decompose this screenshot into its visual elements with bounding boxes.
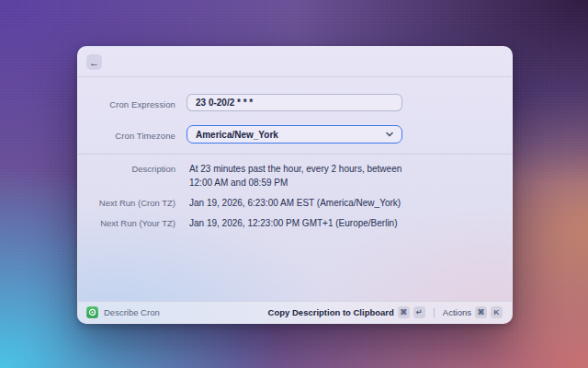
cmd-key-icon: ⌘ [398,306,410,318]
back-button[interactable]: ← [86,54,102,70]
cron-timezone-label: Cron Timezone [78,131,175,141]
cron-timezone-select[interactable]: America/New_York [187,125,402,144]
k-key-icon: K [491,306,503,318]
footer-divider [434,308,435,317]
cron-expression-value: 23 0-20/2 * * * [196,98,253,108]
footer-actions: Copy Description to Clipboard ⌘ ↵ Action… [267,305,503,320]
footer-app: Describe Cron [86,306,267,318]
actions-label: Actions [443,307,471,317]
description-value: At 23 minutes past the hour, every 2 hou… [189,162,405,190]
details-section: Description At 23 minutes past the hour,… [78,162,512,236]
footer-app-name: Describe Cron [104,307,160,317]
action-bar: Describe Cron Copy Description to Clipbo… [78,301,512,323]
next-run-cron-tz-label: Next Run (Cron TZ) [78,196,175,210]
cron-clock-icon [88,308,96,316]
description-row: Description At 23 minutes past the hour,… [78,162,512,190]
section-divider [78,154,512,155]
cmd-key-icon: ⌘ [475,306,487,318]
describe-cron-window: ← Cron Expression 23 0-20/2 * * * Cron T… [77,46,513,324]
copy-description-button[interactable]: Copy Description to Clipboard ⌘ ↵ [267,305,426,320]
actions-menu-button[interactable]: Actions ⌘ K [442,305,503,320]
description-label: Description [78,162,175,176]
cron-expression-input[interactable]: 23 0-20/2 * * * [187,94,402,111]
next-run-your-tz-row: Next Run (Your TZ) Jan 19, 2026, 12:23:0… [78,216,512,230]
header-divider [78,76,512,77]
next-run-your-tz-value: Jan 19, 2026, 12:23:00 PM GMT+1 (Europe/… [189,216,405,230]
describe-cron-app-icon [86,306,98,318]
window-header: ← [78,47,512,76]
arrow-left-icon: ← [89,57,99,68]
cron-expression-label: Cron Expression [78,99,175,109]
next-run-your-tz-label: Next Run (Your TZ) [78,216,175,230]
copy-description-label: Copy Description to Clipboard [268,307,394,317]
chevron-down-icon [386,132,393,137]
next-run-cron-tz-value: Jan 19, 2026, 6:23:00 AM EST (America/Ne… [189,196,405,210]
cron-timezone-value: America/New_York [196,127,278,143]
next-run-cron-tz-row: Next Run (Cron TZ) Jan 19, 2026, 6:23:00… [78,196,512,210]
return-key-icon: ↵ [413,306,425,318]
